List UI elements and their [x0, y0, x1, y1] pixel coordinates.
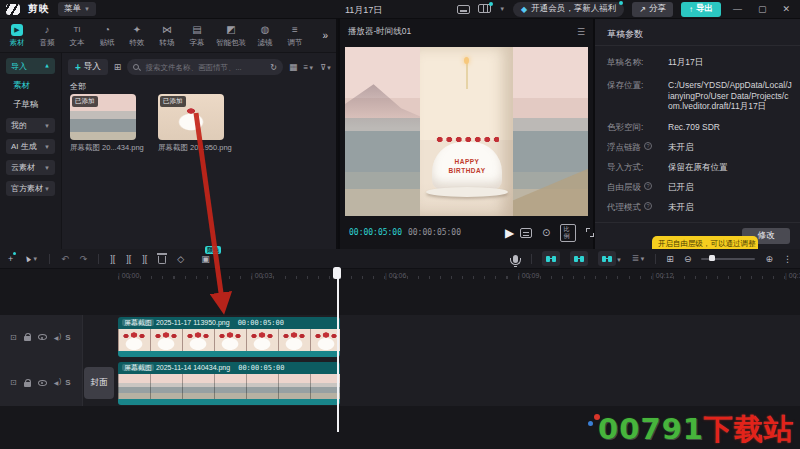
lock-icon[interactable]: [24, 336, 31, 341]
solo-icon[interactable]: S: [65, 378, 70, 387]
rail-item-official[interactable]: 官方素材 ▼: [6, 181, 55, 196]
solo-icon[interactable]: S: [65, 333, 70, 342]
add-track-icon[interactable]: +: [8, 254, 13, 264]
magnet-toggle-icon[interactable]: [570, 251, 588, 266]
split-right-icon[interactable]: ][: [142, 254, 147, 264]
import-button[interactable]: + 导入: [68, 59, 108, 75]
mute-icon[interactable]: ◀: [54, 334, 59, 341]
thumbnail-view-icon[interactable]: ▦: [289, 62, 298, 72]
preview-quality-icon[interactable]: [520, 228, 532, 238]
tab-material[interactable]: ▶ 素材: [2, 24, 32, 48]
rail-item-material[interactable]: 素材: [13, 80, 61, 92]
asset-tabbar: ▶ 素材 ♪ 音频 TI 文本 ◔ 贴纸 ✦ 特效 ⋈ 转场: [0, 19, 336, 53]
export-icon: ↑: [689, 5, 693, 14]
split-icon[interactable]: ][: [110, 254, 115, 264]
share-button[interactable]: ↗ 分享: [632, 2, 673, 17]
chevron-down-icon[interactable]: ▼: [499, 6, 505, 12]
menu-button[interactable]: 菜单 ▼: [58, 2, 96, 16]
aspect-ratio-button[interactable]: 比例: [560, 224, 576, 242]
sort-icon[interactable]: ≡▼: [304, 63, 315, 72]
minimize-button[interactable]: —: [729, 4, 746, 14]
delete-icon[interactable]: [158, 256, 166, 264]
adjust-panel-icon[interactable]: ⊞: [666, 254, 674, 264]
fullscreen-icon[interactable]: [586, 228, 593, 237]
visibility-icon[interactable]: [38, 334, 47, 340]
tab-smart-pack[interactable]: ◩ 智能包装: [212, 24, 250, 48]
cover-button[interactable]: 封面: [84, 367, 114, 399]
panel-title: 草稿参数: [607, 28, 643, 41]
tab-captions[interactable]: ▤ 字幕: [182, 24, 212, 48]
info-icon[interactable]: ?: [644, 142, 652, 150]
batch-caption-icon[interactable]: ▣ 限免: [201, 254, 210, 264]
clip-sunset[interactable]: 屏幕截图 2025-11-14 140434.png 00:00:05:00: [118, 362, 340, 405]
zoom-slider-handle[interactable]: [709, 255, 715, 261]
playhead-handle[interactable]: [333, 267, 341, 279]
tab-sticker[interactable]: ◔ 贴纸: [92, 24, 122, 48]
free-layer-tooltip: 开启自由层级，可以通过调整: [652, 236, 758, 249]
player-panel: 播放器-时间线01 ☰ HAPPY BIRTHDAY 00:00:05:00 0…: [340, 19, 593, 249]
search-box[interactable]: ↻: [127, 59, 283, 75]
media-item-sunset[interactable]: 已添加: [70, 94, 136, 140]
tab-text[interactable]: TI 文本: [62, 24, 92, 48]
tab-adjust[interactable]: ≡ 调节: [280, 24, 310, 48]
rail-item-cloud[interactable]: 云素材 ▼: [6, 160, 55, 175]
asset-panel: ▶ 素材 ♪ 音频 TI 文本 ◔ 贴纸 ✦ 特效 ⋈ 转场: [0, 19, 338, 249]
split-left-icon[interactable]: ][: [126, 254, 131, 264]
rail-item-subdraft[interactable]: 子草稿: [13, 99, 61, 111]
timeline-toolbar: + ▲▼ ↶ ↷ ][ ][ ][ ◇ ▣ 限免 ▼: [0, 249, 800, 269]
vip-banner-button[interactable]: ◆ 开通会员，享新人福利: [513, 2, 624, 17]
select-tool[interactable]: ▲▼: [24, 253, 38, 264]
redo-icon[interactable]: ↷: [80, 254, 88, 264]
record-voiceover-icon[interactable]: [513, 255, 518, 263]
param-row-free-layer: 自由层级? 已开启: [607, 182, 792, 194]
cake-plate: [426, 187, 508, 197]
preview-axis-toggle[interactable]: ▼: [598, 251, 622, 266]
tab-audio[interactable]: ♪ 音频: [32, 24, 62, 48]
close-button[interactable]: ✕: [778, 4, 794, 14]
clip-cake[interactable]: 屏幕截图 2025-11-17 113950.png 00:00:05:00: [118, 317, 340, 357]
site-watermark: 00791下载站: [598, 412, 794, 446]
grid-view-icon[interactable]: ⊞: [114, 62, 122, 72]
layout-switch[interactable]: [478, 4, 491, 15]
search-input[interactable]: [143, 62, 266, 73]
rail-item-import[interactable]: 导入 ▼: [6, 58, 55, 74]
undo-icon[interactable]: ↶: [61, 254, 69, 264]
timeline-ruler[interactable]: 00:00 00:03 00:06 00:09 00:12 00:15: [0, 269, 800, 285]
tab-effects[interactable]: ✦ 特效: [122, 24, 152, 48]
captions-panel-icon[interactable]: [457, 5, 470, 14]
refresh-icon[interactable]: ↻: [270, 63, 277, 72]
track-collapse-icon[interactable]: ⊡: [10, 333, 17, 342]
maximize-button[interactable]: ▢: [754, 4, 771, 14]
asset-rail: 导入 ▼ 素材 子草稿 我的 ▼ AI 生成 ▼ 云素材 ▼ 官方素材 ▼: [0, 53, 62, 249]
track-head: ⊡ ◀ S: [0, 315, 83, 359]
track-height-icon[interactable]: ≣▼: [632, 253, 646, 264]
focus-zoom-icon[interactable]: ⊙: [542, 227, 550, 238]
zoom-in-icon[interactable]: ⊕: [765, 254, 773, 264]
mask-icon[interactable]: ◇: [177, 254, 184, 264]
export-button[interactable]: ↑ 导出: [681, 2, 721, 17]
info-icon[interactable]: ?: [644, 182, 652, 190]
player-menu-icon[interactable]: ☰: [577, 27, 585, 37]
text-icon: TI: [73, 24, 80, 36]
media-item-cake[interactable]: 已添加: [158, 94, 224, 140]
play-button[interactable]: ▶: [505, 226, 514, 240]
mute-icon[interactable]: ◀: [54, 379, 59, 386]
preview-viewport[interactable]: HAPPY BIRTHDAY: [345, 47, 588, 216]
tab-transitions[interactable]: ⋈ 转场: [152, 24, 182, 48]
param-row-colorspace: 色彩空间: Rec.709 SDR: [607, 122, 792, 134]
filter-icon[interactable]: ⊽▼: [320, 63, 332, 72]
tab-filters[interactable]: ◍ 滤镜: [250, 24, 280, 48]
link-toggle-icon[interactable]: [542, 251, 560, 266]
timeline-more-icon[interactable]: ⋮: [783, 254, 792, 264]
track-collapse-icon[interactable]: ⊡: [10, 378, 17, 387]
zoom-out-icon[interactable]: ⊖: [684, 254, 692, 264]
lock-icon[interactable]: [24, 382, 31, 387]
capcut-window: 剪映 菜单 ▼ 11月17日 ▼ ◆ 开通会员，享新人福利 ↗ 分享: [0, 0, 800, 449]
rail-item-ai[interactable]: AI 生成 ▼: [6, 139, 55, 154]
more-tabs-icon[interactable]: »: [322, 30, 334, 41]
timeline-zoom-slider[interactable]: [701, 258, 755, 260]
visibility-icon[interactable]: [38, 380, 47, 386]
project-date: 11月17日: [345, 4, 382, 17]
info-icon[interactable]: ?: [644, 202, 652, 210]
rail-item-mine[interactable]: 我的 ▼: [6, 118, 55, 133]
